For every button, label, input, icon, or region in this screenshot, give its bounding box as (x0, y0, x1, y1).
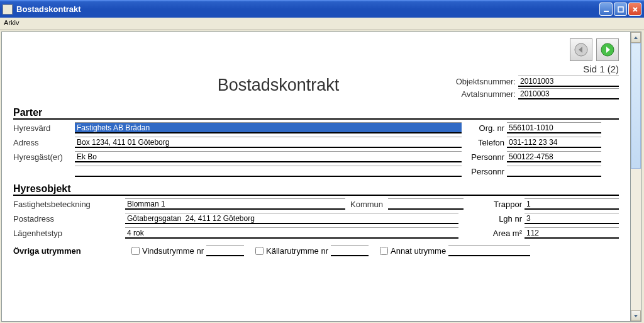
page-indicator: Sid 1 (2) (13, 64, 619, 74)
maximize-button[interactable] (614, 3, 627, 16)
hyresgast2-input[interactable] (75, 166, 462, 177)
vind-nr-input[interactable] (206, 245, 244, 256)
area-input[interactable] (525, 227, 619, 239)
meta-fields: Objektsnummer: Avtalsnummer: (430, 76, 619, 101)
svg-rect-0 (604, 11, 609, 12)
svg-rect-1 (618, 7, 623, 12)
scroll-thumb[interactable] (631, 43, 641, 169)
kallar-nr-input[interactable] (331, 245, 369, 256)
scroll-track[interactable] (631, 43, 641, 310)
vind-checkbox[interactable] (131, 247, 140, 255)
ovriga-title: Övriga utrymmen (13, 246, 120, 256)
avtalsnummer-input[interactable] (518, 88, 619, 99)
orgnr-label: Org. nr (467, 123, 504, 133)
scroll-up-button[interactable] (631, 32, 641, 43)
kallar-checkbox[interactable] (255, 247, 264, 255)
objektsnummer-input[interactable] (518, 76, 619, 87)
area-label: Area m² (484, 229, 522, 238)
menu-arkiv[interactable]: Arkiv (4, 19, 19, 26)
personnr2-input[interactable] (507, 166, 601, 177)
personnr2-label: Personnr (467, 167, 504, 176)
kallar-label: Källarutrymme nr (266, 246, 328, 256)
annat-input[interactable] (448, 245, 530, 256)
trappor-label: Trappor (484, 200, 522, 209)
next-page-button[interactable] (596, 38, 619, 61)
hyresobjekt-title: Hyresobjekt (13, 183, 619, 196)
lghnr-input[interactable] (525, 213, 619, 224)
postadress-label: Postadress (13, 214, 120, 224)
fastighet-input[interactable] (125, 198, 345, 210)
hyresgast1-input[interactable] (75, 151, 462, 162)
app-icon (3, 4, 13, 14)
titlebar: Bostadskontrakt (0, 0, 644, 18)
kommun-input[interactable] (388, 198, 464, 210)
header-row: Bostadskontrakt Objektsnummer: Avtalsnum… (13, 76, 619, 101)
telefon-label: Telefon (467, 138, 504, 147)
lagenhetstyp-input[interactable] (125, 227, 458, 239)
lagenhetstyp-label: Lägenhetstyp (13, 229, 120, 238)
kommun-label: Kommun (350, 200, 383, 209)
vind-label: Vindsutrymme nr (142, 246, 204, 256)
annat-label: Annat utrymme (391, 246, 446, 256)
chevron-down-icon (633, 314, 638, 319)
nav-row (13, 38, 619, 61)
lghnr-label: Lgh nr (484, 214, 522, 224)
arrow-right-icon (600, 42, 615, 57)
document-panel: Sid 1 (2) Bostadskontrakt Objektsnummer:… (1, 31, 631, 322)
adress-label: Adress (13, 138, 70, 147)
adress-input[interactable] (75, 137, 462, 148)
section-hyresobjekt: Hyresobjekt Fastighetsbeteckning Kommun … (13, 183, 619, 256)
document-title: Bostadskontrakt (13, 76, 430, 95)
window-controls (599, 3, 641, 16)
scroll-down-button[interactable] (631, 310, 641, 321)
fastighet-label: Fastighetsbeteckning (13, 200, 120, 209)
close-button[interactable] (628, 3, 641, 16)
avtalsnummer-label: Avtalsnummer: (462, 89, 516, 99)
telefon-input[interactable] (507, 137, 601, 148)
objektsnummer-label: Objektsnummer: (456, 77, 516, 86)
client-area: Sid 1 (2) Bostadskontrakt Objektsnummer:… (0, 30, 644, 323)
postadress-input[interactable] (125, 213, 458, 224)
vertical-scrollbar[interactable] (631, 31, 641, 322)
trappor-input[interactable] (525, 198, 619, 210)
menubar: Arkiv (0, 18, 644, 30)
chevron-up-icon (633, 35, 638, 40)
hyresgaster-label: Hyresgäst(er) (13, 152, 70, 162)
annat-checkbox[interactable] (380, 247, 388, 255)
hyresvard-label: Hyresvärd (13, 123, 70, 133)
prev-page-button[interactable] (570, 38, 592, 61)
hyresvard-input[interactable] (75, 122, 462, 133)
section-parter: Parter Hyresvärd Org. nr Adress Telefon … (13, 107, 619, 177)
window-title: Bostadskontrakt (16, 4, 599, 14)
personnr1-input[interactable] (507, 151, 601, 162)
orgnr-input[interactable] (507, 122, 601, 133)
parter-title: Parter (13, 107, 619, 120)
minimize-button[interactable] (599, 3, 613, 16)
arrow-left-icon (574, 42, 589, 57)
personnr1-label: Personnr (467, 152, 504, 162)
